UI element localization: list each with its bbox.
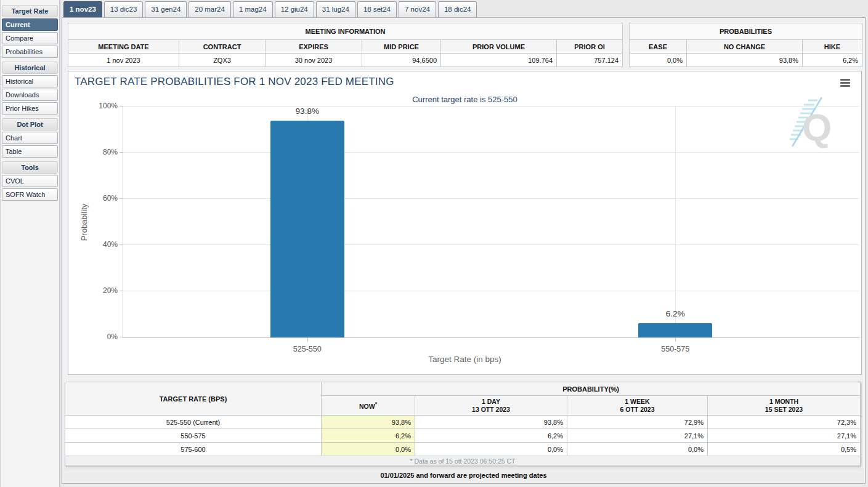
prior-oi-value: 757.124 xyxy=(557,54,623,67)
prior-volume-value: 109.764 xyxy=(441,54,557,67)
probabilities-summary-table: PROBABILITIES EASE NO CHANGE HIKE 0,0% 9… xyxy=(629,23,862,67)
meeting-date-value: 1 nov 2023 xyxy=(68,54,179,67)
sidebar-item-historical[interactable]: Historical xyxy=(2,75,58,87)
col-now: NOW* xyxy=(322,396,415,416)
y-tick-label: 20% xyxy=(103,286,118,295)
sidebar-item-compare[interactable]: Compare xyxy=(2,32,58,44)
week-cell: 27,1% xyxy=(567,429,708,443)
sidebar-item-prior-hikes[interactable]: Prior Hikes xyxy=(2,102,58,115)
col-1-week: 1 WEEK 6 OTT 2023 xyxy=(567,396,708,416)
sidebar-item-current[interactable]: Current xyxy=(2,18,58,31)
sidebar-item-chart[interactable]: Chart xyxy=(2,132,58,144)
table-row: 575-600 0,0% 0,0% 0,0% 0,5% xyxy=(65,443,861,456)
hike-value: 6,2% xyxy=(803,54,862,67)
tab-18set24[interactable]: 18 set24 xyxy=(357,1,397,17)
col-hike: HIKE xyxy=(803,40,862,54)
x-axis-title: Target Rate (in bps) xyxy=(68,355,861,364)
one-month-label: 1 MONTH xyxy=(769,398,798,405)
no-change-value: 93,8% xyxy=(687,54,803,67)
contract-value: ZQX3 xyxy=(179,54,266,67)
col-prior-volume: PRIOR VOLUME xyxy=(441,40,557,54)
col-1-day: 1 DAY 13 OTT 2023 xyxy=(415,396,567,416)
chart-menu-icon[interactable] xyxy=(840,79,850,87)
y-axis-title: Probability xyxy=(79,203,89,241)
one-week-date: 6 OTT 2023 xyxy=(620,406,654,413)
one-day-date: 13 OTT 2023 xyxy=(472,406,510,413)
tab-7nov24[interactable]: 7 nov24 xyxy=(399,1,436,17)
sidebar-section-target-rate: Target Rate xyxy=(2,5,58,17)
col-expires: EXPIRES xyxy=(266,40,362,54)
month-cell: 0,5% xyxy=(708,443,861,456)
month-cell: 72,3% xyxy=(708,416,861,429)
table-row: 525-550 (Current) 93,8% 93,8% 72,9% 72,3… xyxy=(65,416,861,429)
col-meeting-date: MEETING DATE xyxy=(68,40,179,54)
tab-12giu24[interactable]: 12 giu24 xyxy=(275,1,314,17)
bar-value-label: 6.2% xyxy=(492,309,860,318)
sidebar-section-historical: Historical xyxy=(2,62,58,74)
sidebar-item-probabilities[interactable]: Probabilities xyxy=(2,46,58,58)
now-cell: 93,8% xyxy=(322,416,415,429)
week-cell: 0,0% xyxy=(567,443,708,456)
rate-cell: 525-550 (Current) xyxy=(65,416,322,429)
day-cell: 6,2% xyxy=(415,429,567,443)
tab-20mar24[interactable]: 20 mar24 xyxy=(189,1,231,17)
sidebar-item-cvol[interactable]: CVOL xyxy=(2,175,58,187)
tab-31lug24[interactable]: 31 lug24 xyxy=(316,1,355,17)
one-week-label: 1 WEEK xyxy=(625,398,649,405)
now-label: NOW xyxy=(359,403,375,410)
one-day-label: 1 DAY xyxy=(482,398,500,405)
now-asterisk: * xyxy=(375,401,377,407)
now-cell: 6,2% xyxy=(322,429,415,443)
tab-13dic23[interactable]: 13 dic23 xyxy=(104,1,143,17)
now-cell: 0,0% xyxy=(322,443,415,456)
col-no-change: NO CHANGE xyxy=(687,40,803,54)
col-contract: CONTRACT xyxy=(179,40,266,54)
meeting-tabbar: 1 nov23 13 dic23 31 gen24 20 mar24 1 mag… xyxy=(63,1,477,17)
y-tick-label: 80% xyxy=(103,148,118,156)
projected-dates-note: 01/01/2025 and forward are projected mee… xyxy=(63,469,864,481)
tab-1mag24[interactable]: 1 mag24 xyxy=(233,1,273,17)
month-cell: 27,1% xyxy=(708,429,861,443)
table-row: 550-575 6,2% 6,2% 27,1% 27,1% xyxy=(65,429,861,443)
sidebar-item-sofr-watch[interactable]: SOFR Watch xyxy=(2,188,58,201)
tab-31gen24[interactable]: 31 gen24 xyxy=(145,1,187,17)
chart-subtitle: Current target rate is 525-550 xyxy=(68,95,861,104)
target-rate-chart: TARGET RATE PROBABILITIES FOR 1 NOV 2023… xyxy=(68,71,862,375)
mid-price-value: 94,6500 xyxy=(362,54,441,67)
chart-title: TARGET RATE PROBABILITIES FOR 1 NOV 2023… xyxy=(75,76,394,88)
rate-cell: 550-575 xyxy=(65,429,322,443)
plot-area: Probability 0%20%40%60%80%100%93.8%525-5… xyxy=(123,107,859,338)
col-mid-price: MID PRICE xyxy=(362,40,441,54)
rate-cell: 575-600 xyxy=(65,443,322,456)
tab-18dic24[interactable]: 18 dic24 xyxy=(438,1,477,17)
main-panel: MEETING INFORMATION MEETING DATE CONTRAC… xyxy=(62,17,866,484)
col-target-rate-bps: TARGET RATE (BPS) xyxy=(65,382,322,416)
probability-detail-table: TARGET RATE (BPS) PROBABILITY(%) NOW* 1 … xyxy=(65,382,861,466)
tab-1nov23[interactable]: 1 nov23 xyxy=(63,1,102,17)
category-slot-525-550: 93.8%525-550 xyxy=(123,107,492,337)
sidebar-section-tools: Tools xyxy=(2,161,58,174)
x-tick xyxy=(675,337,676,342)
meeting-information-table: MEETING INFORMATION MEETING DATE CONTRAC… xyxy=(68,23,623,67)
day-cell: 93,8% xyxy=(415,416,567,429)
group-probability-pct: PROBABILITY(%) xyxy=(322,382,861,396)
expires-value: 30 nov 2023 xyxy=(266,54,362,67)
bar-value-label: 93.8% xyxy=(123,107,492,116)
probability-bar-525-550 xyxy=(270,121,344,337)
meeting-info-title: MEETING INFORMATION xyxy=(68,23,623,40)
probability-bar-550-575 xyxy=(638,323,712,337)
sidebar-section-dot-plot: Dot Plot xyxy=(2,118,58,131)
col-1-month: 1 MONTH 15 SET 2023 xyxy=(708,396,861,416)
category-slot-550-575: 6.2%550-575 xyxy=(492,107,860,337)
sidebar: Target Rate Current Compare Probabilitie… xyxy=(0,0,60,487)
v-gridline xyxy=(675,107,676,337)
probabilities-title: PROBABILITIES xyxy=(630,23,862,40)
col-prior-oi: PRIOR OI xyxy=(557,40,623,54)
week-cell: 72,9% xyxy=(567,416,708,429)
one-month-date: 15 SET 2023 xyxy=(765,406,803,413)
x-category-label: 525-550 xyxy=(123,345,492,353)
x-tick xyxy=(307,337,308,342)
y-tick-label: 0% xyxy=(107,332,118,341)
sidebar-item-downloads[interactable]: Downloads xyxy=(2,89,58,101)
sidebar-item-table[interactable]: Table xyxy=(2,145,58,158)
